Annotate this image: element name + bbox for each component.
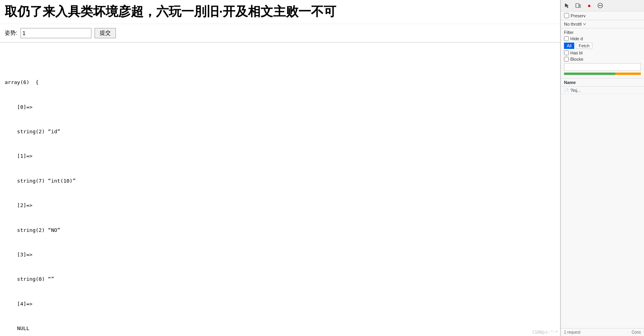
preserve-log-checkbox[interactable] xyxy=(564,13,569,18)
bar-green xyxy=(564,73,615,75)
cursor-icon-button[interactable] xyxy=(563,2,571,9)
svg-rect-0 xyxy=(576,4,579,7)
no-throttle-row: No throttl xyxy=(561,20,644,28)
array-line: [2]=> xyxy=(5,202,555,210)
devtools-panel: ● Preserv No throttl Filter Hide d All F… xyxy=(560,0,644,336)
console-label: Cons xyxy=(632,330,641,334)
blocked-label: Blocke xyxy=(570,57,583,62)
header-banner: 取仍了来入具类坏境彦超，六玩一刖旧·开及相文主败一不可 xyxy=(0,0,560,24)
blocked-row: Blocke xyxy=(564,57,641,62)
filter-tab-all[interactable]: All xyxy=(564,43,574,49)
devtools-footer: 1 request Cons xyxy=(561,328,644,336)
has-blocked-row: Has bl xyxy=(564,50,641,55)
preserve-log-row: Preserv xyxy=(561,11,644,20)
array-block-1: array(6) { [0]=> string(2) “id” [1]=> st… xyxy=(5,62,555,336)
has-blocked-label: Has bl xyxy=(570,50,583,55)
filter-label: Filter xyxy=(564,30,641,35)
preserve-log-label: Preserv xyxy=(571,13,586,18)
watermark: CSDN@小·^·* xyxy=(531,329,559,336)
chevron-down-icon xyxy=(583,22,586,26)
devtools-toolbar: ● xyxy=(561,0,644,11)
form-label: 姿势: xyxy=(5,30,17,37)
hide-data-row: Hide d xyxy=(564,36,641,41)
network-list: 📄 ?inj... xyxy=(561,87,644,328)
page-title: 取仍了来入具类坏境彦超，六玩一刖旧·开及相文主败一不可 xyxy=(5,3,555,21)
hide-data-checkbox[interactable] xyxy=(564,36,569,41)
document-icon: 📄 xyxy=(564,88,569,93)
array-line: NULL xyxy=(5,325,555,333)
record-button[interactable]: ● xyxy=(585,2,593,9)
no-throttle-label: No throttl xyxy=(564,22,582,26)
array-line: string(2) “NO” xyxy=(5,226,555,235)
submit-button[interactable]: 提交 xyxy=(95,28,116,38)
form-area: 姿势: 提交 xyxy=(0,24,560,43)
device-toolbar-icon-button[interactable] xyxy=(574,2,582,9)
posture-input[interactable] xyxy=(20,28,91,38)
hide-data-label: Hide d xyxy=(570,36,583,41)
svg-rect-1 xyxy=(579,5,581,7)
output-area: array(6) { [0]=> string(2) “id” [1]=> st… xyxy=(0,43,560,336)
array-line: [0]=> xyxy=(5,103,555,112)
request-count: 1 request xyxy=(564,330,581,334)
filter-tabs: All Fetch xyxy=(564,43,641,49)
array-line: string(2) “id” xyxy=(5,128,555,136)
network-item-name: ?inj... xyxy=(570,88,581,93)
array-line: string(7) “int(10)” xyxy=(5,177,555,185)
clear-button[interactable] xyxy=(596,2,604,9)
array-header-1: array(6) { xyxy=(5,78,555,87)
network-bar xyxy=(564,73,641,75)
filter-input-area[interactable] xyxy=(564,63,641,71)
network-list-header: Name xyxy=(561,78,644,87)
array-line: [3]=> xyxy=(5,251,555,259)
has-blocked-checkbox[interactable] xyxy=(564,50,569,55)
array-line: [4]=> xyxy=(5,300,555,308)
blocked-checkbox[interactable] xyxy=(564,57,569,62)
filter-tab-fetch[interactable]: Fetch xyxy=(576,43,592,49)
filter-section: Filter Hide d All Fetch Has bl Blocke xyxy=(561,28,644,78)
main-content: 取仍了来入具类坏境彦超，六玩一刖旧·开及相文主败一不可 姿势: 提交 array… xyxy=(0,0,560,336)
array-line: [1]=> xyxy=(5,152,555,161)
network-item[interactable]: 📄 ?inj... xyxy=(561,87,644,94)
array-line: string(0) “” xyxy=(5,275,555,284)
bar-orange xyxy=(615,73,641,75)
